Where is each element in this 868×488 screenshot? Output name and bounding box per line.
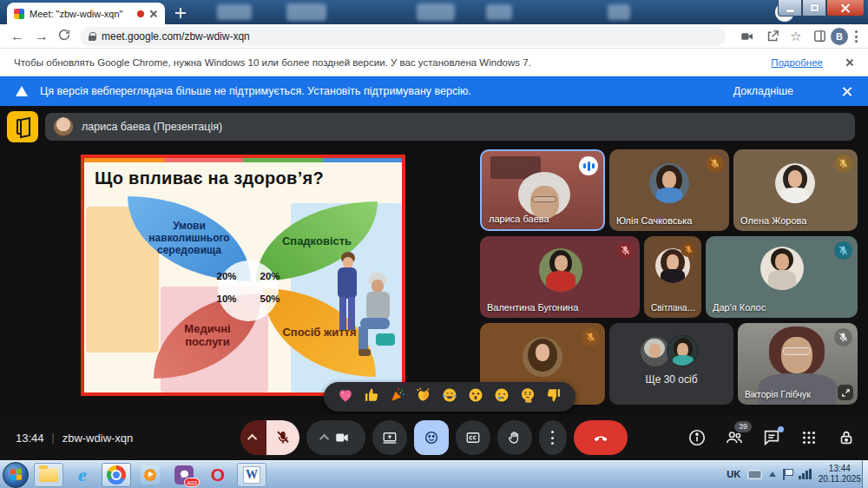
unsupported-banner-link[interactable]: Докладніше	[733, 85, 793, 97]
avatar	[641, 337, 670, 366]
petal-label: Медичні послуги	[154, 323, 261, 349]
overflow-count-label: Ще 30 осіб	[609, 373, 733, 386]
chat-button[interactable]	[762, 428, 781, 447]
captions-icon	[465, 430, 481, 445]
people-button[interactable]: 39	[725, 428, 744, 447]
new-tab-button[interactable]	[172, 4, 189, 22]
profile-avatar[interactable]: B	[831, 28, 848, 45]
update-banner-link[interactable]: Подробнее	[771, 57, 823, 68]
hand-icon	[507, 430, 523, 445]
taskbar-viber[interactable]: 403	[169, 463, 199, 487]
update-banner-close-icon[interactable]	[845, 58, 854, 67]
mic-options-chevron[interactable]	[240, 420, 266, 455]
participant-tile-video[interactable]: Вікторія Глібчук	[738, 323, 858, 405]
secure-lock-icon[interactable]	[89, 32, 95, 41]
network-signal-icon[interactable]	[799, 469, 812, 479]
people-count-badge: 39	[734, 421, 752, 432]
speaking-indicator-icon	[579, 156, 598, 175]
host-controls-button[interactable]	[837, 428, 856, 447]
minimize-button[interactable]	[778, 0, 802, 16]
hidden-icons-chevron[interactable]	[769, 472, 776, 477]
maximize-button[interactable]	[802, 0, 826, 16]
taskbar-explorer[interactable]	[34, 463, 63, 487]
folder-icon	[39, 468, 58, 482]
camera-options-chevron[interactable]	[319, 434, 329, 444]
show-desktop-button[interactable]	[862, 460, 868, 488]
mic-toggle-button[interactable]	[266, 420, 299, 455]
reaction-tears-of-joy-icon[interactable]	[441, 386, 458, 407]
presenter-bar[interactable]: лариса баева (Презентація)	[45, 113, 855, 141]
avatar	[649, 163, 689, 203]
taskbar-clock[interactable]: 13:44 20.11.2025	[819, 464, 861, 485]
present-button[interactable]	[372, 420, 407, 455]
browser-tab[interactable]: Meet: "zbw-wdiw-xqn"	[7, 3, 165, 24]
forward-button[interactable]: →	[33, 28, 50, 45]
update-banner-text: Чтобы обновлять Google Chrome, нужна Win…	[14, 57, 771, 68]
leave-call-button[interactable]	[574, 420, 628, 455]
reaction-clapping-hands-icon[interactable]	[415, 386, 432, 407]
activities-button[interactable]	[799, 428, 819, 447]
side-panel-icon[interactable]	[812, 29, 827, 47]
camera-button-group[interactable]	[306, 420, 365, 455]
participant-tile[interactable]: Дар'я Колос	[706, 236, 858, 318]
participant-tile[interactable]: Олена Жорова	[733, 149, 858, 231]
expand-tile-button[interactable]	[838, 385, 853, 400]
taskbar-media-player[interactable]	[135, 463, 165, 487]
door-icon	[16, 119, 29, 135]
avatar	[523, 337, 562, 377]
participant-tile-speaking[interactable]: лариса баева	[480, 149, 605, 231]
reaction-thumbs-up-icon[interactable]	[363, 386, 380, 407]
browser-toolbar: ← → meet.google.com/zbw-wdiw-xqn ☆	[0, 24, 868, 49]
meet-control-bar: 13:44 | zbw-wdiw-xqn	[0, 415, 868, 460]
present-icon	[382, 430, 398, 445]
mic-off-icon	[834, 155, 852, 173]
address-bar[interactable]: meet.google.com/zbw-wdiw-xqn	[80, 27, 726, 46]
refresh-button[interactable]	[56, 28, 73, 45]
captions-button[interactable]	[456, 420, 490, 455]
meeting-code: zbw-wdiw-xqn	[62, 432, 134, 445]
mic-off-icon	[834, 241, 852, 260]
reactions-button[interactable]	[414, 420, 449, 455]
language-indicator[interactable]: UK	[727, 469, 740, 479]
taskbar-opera[interactable]: O	[203, 463, 233, 487]
bookmark-star-icon[interactable]: ☆	[790, 29, 801, 44]
door-extension-badge[interactable]	[7, 111, 38, 142]
camera-on-icon	[334, 430, 350, 445]
taskbar-chrome-active[interactable]	[102, 463, 131, 487]
participant-tile[interactable]: Світлана…	[644, 236, 701, 318]
camera-permission-icon[interactable]	[740, 29, 755, 48]
percent-medical: 10%	[211, 293, 242, 304]
avatar	[760, 247, 804, 290]
taskbar-word[interactable]: W	[237, 463, 266, 487]
raise-hand-button[interactable]	[497, 420, 532, 455]
meeting-details-button[interactable]	[687, 428, 707, 447]
overflow-tile[interactable]: Ще 30 осіб	[609, 323, 733, 405]
start-button[interactable]	[3, 462, 29, 488]
taskbar-internet-explorer[interactable]: e	[68, 463, 97, 487]
reaction-thinking-icon[interactable]	[519, 386, 536, 407]
glasses	[532, 196, 556, 202]
browser-menu-icon[interactable]	[855, 29, 858, 44]
reaction-crying-icon[interactable]	[493, 386, 510, 407]
tab-close-icon[interactable]	[149, 10, 158, 18]
share-icon[interactable]	[766, 29, 780, 47]
back-button[interactable]: ←	[9, 28, 26, 45]
background-blur	[217, 4, 252, 20]
slide-title: Що впливає на здоров’я?	[95, 168, 393, 188]
reaction-astonished-icon[interactable]	[467, 386, 484, 407]
close-window-button[interactable]	[826, 0, 865, 16]
slide-top-strip	[84, 158, 402, 162]
avatar	[775, 163, 815, 203]
reactions-bar	[324, 382, 575, 412]
more-options-button[interactable]	[539, 420, 567, 455]
keyboard-icon[interactable]	[747, 470, 762, 479]
participant-tile[interactable]: Валентина Бугонина	[480, 236, 640, 318]
background-blur	[286, 3, 326, 21]
reaction-sparkling-heart-icon[interactable]	[337, 386, 354, 407]
call-end-icon	[593, 430, 608, 445]
unsupported-banner-close-icon[interactable]	[842, 86, 852, 96]
reaction-party-popper-icon[interactable]	[389, 386, 406, 407]
participant-tile[interactable]: Юлія Сачковська	[609, 149, 729, 231]
action-center-flag-icon[interactable]	[783, 469, 792, 480]
reaction-thumbs-down-icon[interactable]	[545, 386, 562, 407]
